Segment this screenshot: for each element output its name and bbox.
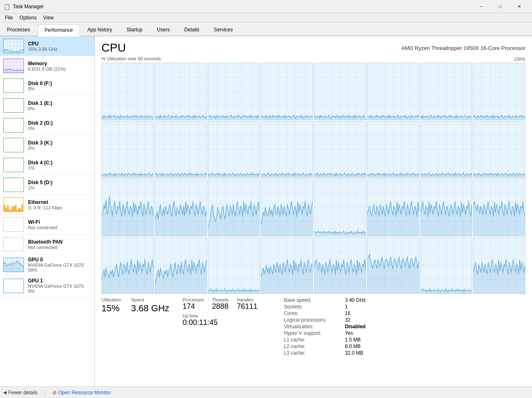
fewer-details-button[interactable]: ◀ Fewer details bbox=[3, 390, 38, 396]
separator: | bbox=[44, 389, 46, 396]
app-title: Task Manager bbox=[13, 4, 472, 9]
sidebar-item-disk0[interactable]: Disk 0 (F:) 0% bbox=[0, 76, 94, 96]
sidebar-item-gpu0[interactable]: GPU 0 NVIDIA GeForce GTX 107059% bbox=[0, 254, 94, 275]
memory-item-name: Memory bbox=[28, 61, 66, 66]
cpu-cell-14 bbox=[420, 121, 473, 178]
gpu0-item-detail: NVIDIA GeForce GTX 107059% bbox=[28, 263, 84, 272]
bottombar: ◀ Fewer details | ⊘ Open Resource Monito… bbox=[0, 386, 532, 398]
cpu-cell-3 bbox=[261, 63, 313, 120]
stats-area: Utilization 15% Speed 3.68 GHz Processes… bbox=[101, 297, 525, 357]
cpu-cell-30 bbox=[420, 237, 473, 294]
bluetooth-item-detail: Not connected bbox=[28, 245, 63, 250]
titlebar: 📋 Task Manager ─ □ ✕ bbox=[0, 0, 532, 13]
tab-startup[interactable]: Startup bbox=[120, 24, 150, 36]
speed-stat: Speed 3.68 GHz bbox=[131, 297, 169, 357]
cpu-model: AMD Ryzen Threadripper 1950X 16-Core Pro… bbox=[401, 45, 525, 51]
threads-label: Threads bbox=[212, 297, 228, 302]
sidebar-item-wifi[interactable]: Wi-Fi Not connected bbox=[0, 215, 94, 235]
logical-val: 32 bbox=[345, 317, 350, 323]
cpu-cell-13 bbox=[367, 121, 419, 178]
disk5-item-name: Disk 5 (D:) bbox=[28, 180, 52, 185]
bluetooth-item-name: Bluetooth PAN bbox=[28, 239, 63, 245]
disk0-thumbnail bbox=[3, 78, 24, 93]
sidebar-item-disk3[interactable]: Disk 3 (K:) 0% bbox=[0, 135, 94, 155]
sidebar-item-memory[interactable]: Memory 6.6/31.9 GB (21%) bbox=[0, 56, 94, 76]
cores-row: Cores: 16 bbox=[284, 310, 366, 316]
sidebar-item-disk2[interactable]: Disk 2 (G:) 0% bbox=[0, 116, 94, 135]
fewer-details-label: Fewer details bbox=[8, 390, 38, 396]
tab-app-history[interactable]: App history bbox=[80, 24, 119, 36]
cpu-cell-31 bbox=[473, 237, 525, 294]
cpu-cell-0 bbox=[101, 63, 154, 120]
cpu-thumbnail bbox=[3, 39, 24, 53]
monitor-icon: ⊘ bbox=[52, 390, 56, 396]
memory-item-detail: 6.6/31.9 GB (21%) bbox=[28, 66, 66, 71]
cpu-cell-26 bbox=[208, 237, 260, 294]
maximize-button[interactable]: □ bbox=[491, 0, 510, 13]
tab-processes[interactable]: Processes bbox=[0, 24, 37, 36]
sidebar-item-disk4[interactable]: Disk 4 (C:) 1% bbox=[0, 155, 94, 175]
close-button[interactable]: ✕ bbox=[510, 0, 529, 13]
threads-col: Threads 2888 bbox=[212, 297, 228, 311]
base-speed-val: 3.40 GHz bbox=[345, 297, 366, 303]
cpu-cell-20 bbox=[314, 179, 366, 236]
open-resource-monitor-button[interactable]: ⊘ Open Resource Monitor bbox=[52, 390, 111, 396]
cpu-cell-12 bbox=[314, 121, 366, 178]
wifi-item-detail: Not connected bbox=[28, 225, 57, 230]
hyperv-val: Yes bbox=[345, 330, 353, 336]
tab-performance[interactable]: Performance bbox=[38, 24, 80, 36]
menu-options[interactable]: Options bbox=[16, 14, 40, 21]
disk3-item-detail: 0% bbox=[28, 146, 52, 151]
disk2-item-name: Disk 2 (G:) bbox=[28, 120, 53, 126]
open-resource-monitor-label[interactable]: Open Resource Monitor bbox=[58, 390, 111, 396]
disk4-item-detail: 1% bbox=[28, 166, 52, 171]
disk2-item-detail: 0% bbox=[28, 126, 53, 131]
disk5-thumbnail bbox=[3, 178, 24, 192]
gpu1-thumbnail bbox=[3, 279, 24, 293]
menu-file[interactable]: File bbox=[2, 14, 16, 21]
left-stats: Utilization 15% Speed 3.68 GHz Processes… bbox=[101, 297, 366, 357]
l1-row: L1 cache: 1.5 MB bbox=[284, 337, 366, 343]
tab-users[interactable]: Users bbox=[150, 24, 177, 36]
cpu-content: CPU AMD Ryzen Threadripper 1950X 16-Core… bbox=[95, 36, 532, 386]
uptime-value: 0:00:11:45 bbox=[183, 318, 258, 327]
cpu-header: CPU AMD Ryzen Threadripper 1950X 16-Core… bbox=[101, 41, 525, 54]
tabbar: Processes Performance App history Startu… bbox=[0, 22, 532, 36]
cpu-cell-24 bbox=[101, 237, 154, 294]
cpu-cell-23 bbox=[473, 179, 525, 236]
disk4-thumbnail bbox=[3, 158, 24, 172]
sidebar-item-bluetooth[interactable]: Bluetooth PAN Not connected bbox=[0, 235, 94, 254]
tab-services[interactable]: Services bbox=[207, 24, 240, 36]
sidebar-item-disk1[interactable]: Disk 1 (E:) 0% bbox=[0, 96, 94, 116]
handles-col: Handles 76111 bbox=[237, 297, 257, 311]
chevron-left-icon: ◀ bbox=[3, 390, 7, 395]
cpu-cell-17 bbox=[155, 179, 207, 236]
window-controls: ─ □ ✕ bbox=[472, 0, 529, 13]
sidebar-item-gpu1[interactable]: GPU 1 NVIDIA GeForce GTX 10700% bbox=[0, 275, 94, 296]
cpu-cell-19 bbox=[261, 179, 313, 236]
gpu1-item-detail: NVIDIA GeForce GTX 10700% bbox=[28, 284, 84, 294]
cpu-cell-6 bbox=[420, 63, 473, 120]
base-speed-row: Base speed: 3.40 GHz bbox=[284, 297, 366, 303]
minimize-button[interactable]: ─ bbox=[472, 0, 491, 13]
sockets-key: Sockets: bbox=[284, 304, 341, 310]
sockets-row: Sockets: 1 bbox=[284, 304, 366, 310]
disk2-thumbnail bbox=[3, 118, 24, 133]
cpu-cell-15 bbox=[473, 121, 525, 178]
sockets-val: 1 bbox=[345, 304, 348, 310]
cpu-cell-11 bbox=[261, 121, 313, 178]
cpu-cell-10 bbox=[208, 121, 260, 178]
gpu0-item-name: GPU 0 bbox=[28, 257, 84, 263]
menu-view[interactable]: View bbox=[40, 14, 57, 21]
tab-details[interactable]: Details bbox=[177, 24, 207, 36]
cpu-cell-21 bbox=[367, 179, 419, 236]
sidebar-item-cpu[interactable]: CPU 15% 3.68 GHz bbox=[0, 36, 94, 56]
cpu-cell-5 bbox=[367, 63, 419, 120]
threads-value: 2888 bbox=[212, 302, 228, 311]
cpu-cell-27 bbox=[261, 237, 313, 294]
cpu-cell-29 bbox=[367, 237, 419, 294]
sidebar-item-ethernet[interactable]: Ethernet S: 0 R: 112 Kbps bbox=[0, 195, 94, 215]
sidebar-item-disk5[interactable]: Disk 5 (D:) 1% bbox=[0, 175, 94, 195]
memory-thumbnail bbox=[3, 59, 24, 73]
l2-row: L2 cache: 8.0 MB bbox=[284, 344, 366, 349]
